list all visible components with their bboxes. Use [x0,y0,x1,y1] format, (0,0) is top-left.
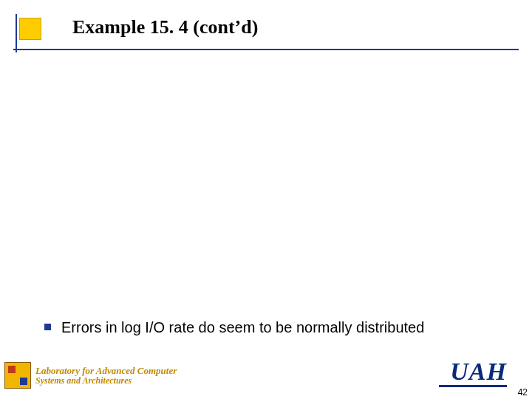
slide-title: Example 15. 4 (cont’d) [72,16,258,38]
vertical-accent-line [16,14,17,52]
lab-logo: Laboratory for Advanced Computer Systems… [4,359,204,392]
slide: Example 15. 4 (cont’d) Errors in log I/O… [0,0,532,399]
bullet-item: Errors in log I/O rate do seem to be nor… [44,319,424,336]
lab-line2: Systems and Architectures [35,376,177,386]
uah-logo: UAH [450,358,507,386]
slide-body [44,66,502,332]
title-bullet-decoration [19,18,41,40]
uah-underline [439,385,507,387]
lab-line1: Laboratory for Advanced Computer [35,366,177,376]
lab-badge-icon [4,362,31,389]
bullet-text: Errors in log I/O rate do seem to be nor… [61,319,424,336]
footer: Laboratory for Advanced Computer Systems… [0,356,532,399]
page-number: 42 [518,387,528,398]
square-bullet-icon [44,324,51,330]
lab-text: Laboratory for Advanced Computer Systems… [35,366,177,385]
title-underline [13,49,519,50]
